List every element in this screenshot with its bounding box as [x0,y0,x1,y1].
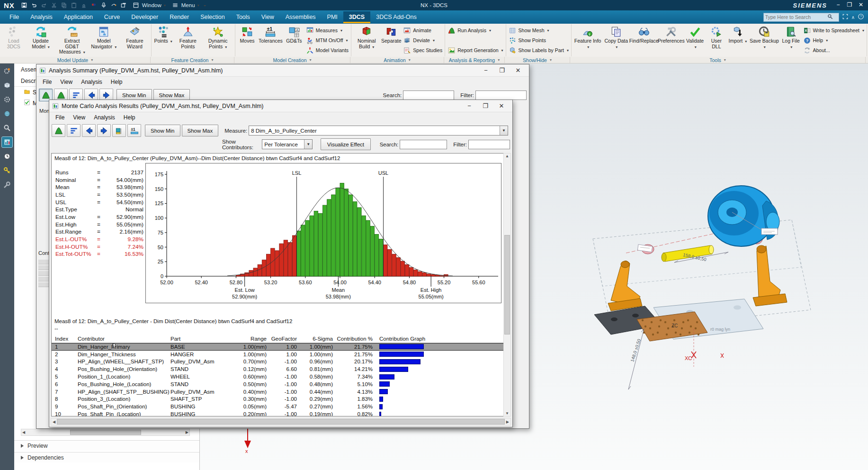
menu-curve[interactable]: Curve [98,11,125,23]
mc-menu-file[interactable]: File [51,113,69,122]
ribbon-button-measures[interactable]: Measures▾ [306,26,349,35]
menu-assemblies[interactable]: Assemblies [280,11,322,23]
contributor-row-3[interactable]: 3HP_Align_(WHEEL__SHAFT_STP)Pulley_DVM_A… [52,358,503,366]
group-label-analysis-reporting[interactable]: Analysis & Reporting▾ [444,57,505,63]
mc-titlebar[interactable]: Monte Carlo Analysis Results (Pulley_DVM… [49,100,512,112]
menu-developer[interactable]: Developer [125,11,164,23]
app-maximize-button[interactable]: ❐ [844,1,855,9]
reuse-library-icon[interactable] [2,165,12,176]
gesture-icon[interactable] [109,1,118,9]
ribbon-button-copy-data[interactable]: Copy Data ▾ [603,25,629,50]
ribbon-button-save-backup[interactable]: Save Backup ▾ [749,25,780,50]
summary-titlebar[interactable]: Analysis Summary (Pulley_DVM_Asm.hst, Pu… [36,64,529,77]
search-panel-icon[interactable] [2,123,12,133]
mc-filter-field[interactable] [468,140,510,149]
part-navigator-icon[interactable] [2,108,12,119]
summary-menu-analysis[interactable]: Analysis [77,77,107,87]
dcs-panel-icon[interactable] [2,137,12,147]
microphone-icon[interactable] [99,1,108,9]
cut-icon[interactable] [49,1,59,9]
ribbon-button-gd-ts[interactable]: AGD&Ts [284,25,304,45]
measure-display-icon[interactable] [112,124,126,137]
redo-icon[interactable] [39,1,49,9]
contributors-dropdown[interactable]: Per Tolerance ▼ [262,139,313,149]
mc-maximize-button[interactable]: ❐ [477,101,493,111]
next-measure-icon[interactable] [97,124,111,137]
menu-3dcs[interactable]: 3DCS [343,11,370,23]
mc-minimize-button[interactable]: − [461,101,477,111]
mc-horizontal-scrollbar[interactable]: ◀▶ [51,418,511,425]
menu-selection[interactable]: Selection [195,11,230,23]
ribbon-button-model-navigator[interactable]: Model Navigator ▾ [88,25,119,50]
ribbon-button-spec-studies[interactable]: Spec Studies [403,45,442,55]
measure-dropdown[interactable]: 8 Dim_A_to_Pulley_Center ▼ [249,126,508,136]
find-icon[interactable] [89,1,98,9]
summary-search-field[interactable] [403,90,454,100]
menu-file[interactable]: File [4,11,25,23]
summary-maximize-button[interactable]: ❐ [494,65,510,76]
contributor-row-5[interactable]: 5Position_1_(Location)WHEEL0.60(mm)-1.00… [52,373,503,380]
group-label-model-creation[interactable]: Model Creation▾ [234,57,350,63]
summary-minimize-button[interactable]: − [478,65,494,76]
ribbon-button-about[interactable]: About... [803,45,864,55]
mc-vertical-scrollbar[interactable]: ▲▼ [503,153,511,416]
dependencies-section[interactable]: Dependencies [14,452,199,462]
ribbon-button-tolerances[interactable]: ±1Tolerances [258,25,283,45]
checkbox-checked-icon[interactable] [24,99,30,107]
ribbon-button-report-generation[interactable]: Report Generation▾ [447,45,503,55]
fullscreen-icon[interactable] [842,13,849,21]
ribbon-button-import[interactable]: Import ▾ [727,25,748,45]
summary-close-button[interactable]: ✕ [510,65,526,76]
ribbon-button-animate[interactable]: Animate [403,26,442,35]
group-label-feature-creation[interactable]: Feature Creation▾ [151,57,234,63]
ribbon-button-model-variants[interactable]: Model Variants [306,45,349,55]
ribbon-button-separate[interactable]: Separate [381,25,402,45]
ribbon-button-mtm-on-off[interactable]: MTM On/Off▾ [306,36,349,45]
history-icon[interactable] [2,151,12,162]
save-icon[interactable] [19,1,29,9]
contributor-row-7[interactable]: 7HP_Align_(SHAFT_STP__BUSHING)Pulley_DVM… [52,388,503,396]
ribbon-button-show-points[interactable]: Show Points [509,36,569,45]
help-icon[interactable]: ? [858,13,864,21]
summary-filter-field[interactable] [475,90,527,100]
assembly-navigator-icon[interactable] [2,80,12,90]
prev-measure-icon[interactable] [82,124,96,137]
mc-menu-view[interactable]: View [69,113,89,122]
contributor-row-9[interactable]: 9Pos_Shaft_Pin_(Orientation)BUSHING0.05(… [52,403,503,410]
ribbon-button-dynamic-points[interactable]: Dynamic Points ▾ [202,25,233,50]
ribbon-button-find-replace[interactable]: Find/Replace [630,25,658,45]
app-close-button[interactable]: ✕ [856,1,866,9]
ribbon-button-points[interactable]: Points ▾ [153,25,174,45]
visualize-effect-button[interactable]: Visualize Effect [321,138,370,150]
cascade-icon[interactable] [119,1,128,9]
menu-dropdown[interactable]: Menu▾🞃 [169,1,208,9]
menu-3dcs-add-ons[interactable]: 3DCS Add-Ons [370,11,422,23]
tools-panel-icon[interactable] [2,180,12,190]
ribbon-button-run-analysis[interactable]: Run Analysis▾ [447,26,503,35]
group-label-animation[interactable]: Animation▾ [350,57,444,63]
ribbon-button-extract-gd-t-measures[interactable]: Extract GD&T Measures ▾ [56,25,88,56]
ribbon-button-feature-points[interactable]: Feature Points [174,25,202,50]
stamp-icon[interactable] [79,1,89,9]
contributor-row-4[interactable]: 4Pos_Bushing_Hole_(Orientation)STAND0.12… [52,365,503,373]
menu-application[interactable]: Application [58,11,98,23]
search-input[interactable] [765,14,827,20]
contributor-row-2[interactable]: 2Dim_Hanger_ThicknessHANGER1.00(mm)1.001… [52,351,503,358]
menu-tools[interactable]: Tools [231,11,256,23]
ribbon-button-log-file[interactable]: Log File ▾ [780,25,802,50]
mc-menu-analysis[interactable]: Analysis [89,113,119,122]
contributor-row-10[interactable]: 10Pos_Shaft_Pin_(Location)BUSHING0.20(mm… [52,410,503,416]
ribbon-button-show-mesh[interactable]: Show Mesh▾ [509,26,569,35]
summary-menu-file[interactable]: File [38,77,56,87]
menu-analysis[interactable]: Analysis [25,11,58,23]
contributor-row-8[interactable]: 8Position_3_(Location)SHAFT_STP0.30(mm)-… [52,396,503,403]
paste-icon[interactable] [69,1,79,9]
minimize-ribbon-icon[interactable]: ∧ [851,15,855,20]
ribbon-button-write-to-spreadsheet[interactable]: XWrite to Spreadsheet▾ [803,26,864,35]
ribbon-button-feature-info[interactable]: iFeature Info ▾ [573,25,602,50]
mc-close-button[interactable]: ✕ [493,101,510,111]
preview-section[interactable]: Preview [14,440,199,451]
ribbon-button-user-dll[interactable]: User DLL [706,25,727,50]
histogram-view-icon[interactable] [52,124,65,137]
command-search[interactable] [763,13,839,22]
